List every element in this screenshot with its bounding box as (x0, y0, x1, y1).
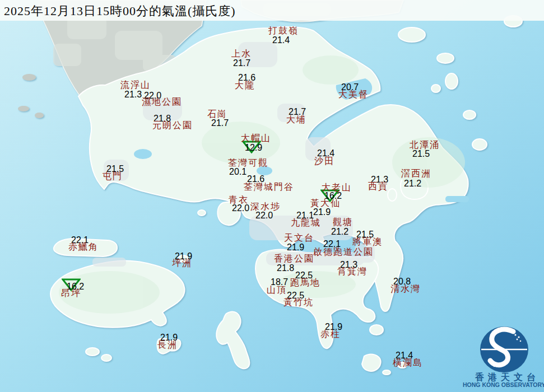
hko-logo-icon (480, 326, 530, 374)
station-name: 天文台 (284, 234, 314, 242)
station-name: 深水埗 (250, 202, 281, 211)
station-temperature: 20.1 (229, 167, 247, 176)
station-temperature: 21.8 (277, 264, 294, 273)
title-bar: 2025年12月13日15時00分的氣溫(攝氏度) (0, 0, 544, 21)
station-name: 大隴 (235, 81, 255, 90)
station-name: 西貢 (368, 182, 388, 191)
station-name: 滘西洲 (401, 169, 431, 178)
station-name: 長洲 (157, 340, 178, 349)
station-name: 觀塘 (333, 218, 353, 227)
station-temperature: 21.9 (313, 208, 331, 217)
map-title: 2025年12月13日15時00分的氣溫(攝氏度) (4, 3, 236, 20)
station-temperature: 21.2 (404, 179, 421, 188)
station-name: 山頂 (267, 286, 287, 295)
station-name: 跑馬地 (290, 278, 320, 287)
station-name: 黃大仙 (310, 199, 341, 208)
station-name: 筲箕灣 (337, 267, 368, 276)
station-name: 荃灣城門谷 (244, 183, 294, 192)
station-name: 清水灣 (390, 284, 421, 293)
station-name: 青衣 (229, 195, 249, 204)
station-temperature: 21.7 (211, 119, 229, 128)
station-temperature: 12.9 (245, 143, 262, 152)
hko-logo-name-en: HONG KONG OBSERVATORY (463, 381, 544, 388)
station-name: 啟德跑道公園 (313, 248, 374, 256)
station-name: 大帽山 (241, 134, 271, 143)
station-name: 赤柱 (320, 330, 341, 339)
station-name: 橫瀾島 (393, 358, 423, 367)
station-temperature: 22.0 (255, 211, 273, 220)
station-name: 昂坪 (61, 289, 81, 298)
station-name: 香港公園 (274, 254, 314, 263)
station-name: 荃灣可觀 (228, 158, 268, 167)
hko-logo: 香港天文台 HONG KONG OBSERVATORY (463, 325, 544, 391)
station-name: 打鼓嶺 (268, 26, 299, 35)
station-name: 大老山 (322, 183, 352, 192)
station-temperature: 21.3 (124, 90, 142, 99)
station-temperature: 21.2 (331, 227, 348, 236)
station-name: 北潭涌 (410, 141, 440, 150)
station-name: 九龍城 (291, 218, 321, 227)
station-temperature: 22.0 (232, 204, 249, 213)
station-name: 上水 (231, 49, 252, 58)
station-name: 坪洲 (172, 259, 192, 268)
station-name: 石崗 (207, 110, 227, 119)
station-name: 屯門 (103, 172, 123, 181)
station-name: 濕地公園 (142, 97, 182, 106)
station-name: 黃竹坑 (283, 298, 314, 307)
station-name: 流浮山 (120, 81, 151, 90)
station-name: 將軍澳 (352, 237, 383, 246)
hko-temperature-map: 21.4打鼓嶺21.7上水21.6大隴21.3流浮山22.0濕地公園21.7石崗… (0, 0, 544, 392)
station-name: 赤鱲角 (68, 242, 99, 251)
station-name: 大埔 (286, 115, 306, 124)
station-temperature: 21.5 (412, 150, 430, 158)
station-name: 元朗公園 (152, 121, 193, 130)
station-temperature: 21.9 (287, 243, 304, 252)
station-name: 沙田 (314, 157, 334, 166)
station-name: 大美督 (338, 90, 369, 99)
station-temperature: 21.4 (272, 36, 290, 45)
station-temperature: 21.7 (233, 59, 250, 68)
